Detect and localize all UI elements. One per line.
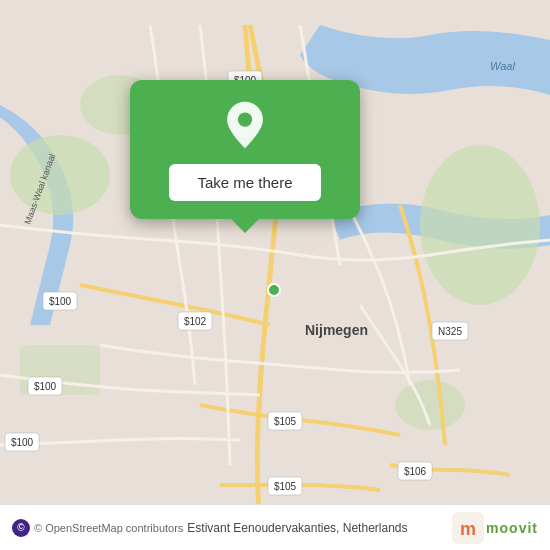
bottom-bar: © © OpenStreetMap contributors Estivant … [0, 504, 550, 550]
svg-text:Nijmegen: Nijmegen [305, 322, 368, 338]
svg-text:N325: N325 [438, 326, 462, 337]
map-container: Maas-Waal kanaal $100 $100 $100 $100 $10… [0, 0, 550, 550]
svg-text:Waal: Waal [490, 60, 515, 72]
svg-text:$100: $100 [49, 296, 72, 307]
moovit-logo: m moovit [452, 512, 538, 544]
svg-text:$100: $100 [11, 437, 34, 448]
svg-text:$105: $105 [274, 481, 297, 492]
moovit-icon: m [452, 512, 484, 544]
svg-point-31 [238, 113, 252, 127]
location-popup: Take me there [130, 80, 360, 219]
svg-text:$106: $106 [404, 466, 427, 477]
svg-point-29 [268, 284, 280, 296]
moovit-text: moovit [486, 520, 538, 536]
osm-logo: © [12, 519, 30, 537]
svg-point-2 [10, 135, 110, 215]
svg-text:$100: $100 [34, 381, 57, 392]
svg-text:m: m [460, 519, 476, 539]
osm-copyright: © OpenStreetMap contributors [34, 522, 183, 534]
svg-text:$102: $102 [184, 316, 207, 327]
svg-text:$105: $105 [274, 416, 297, 427]
svg-point-1 [420, 145, 540, 305]
map-pin-icon [220, 100, 270, 150]
take-me-there-button[interactable]: Take me there [169, 164, 320, 201]
location-name: Estivant Eenoudervakanties, Netherlands [187, 521, 407, 535]
